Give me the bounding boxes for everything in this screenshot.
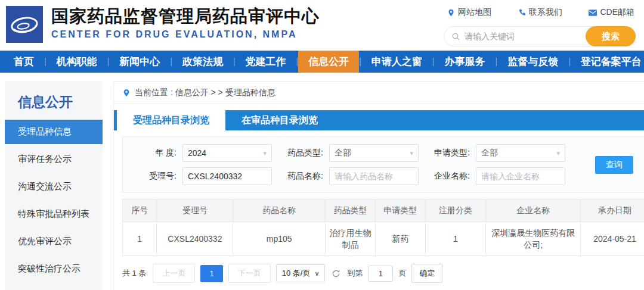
- refresh-icon[interactable]: [332, 269, 340, 278]
- search-button[interactable]: 搜索: [586, 26, 636, 46]
- main-panel: 当前位置 : 信息公开 > > 受理品种信息 受理品种目录浏览在审品种目录浏览 …: [113, 81, 644, 290]
- sidebar-item-沟通交流公示[interactable]: 沟通交流公示: [5, 174, 103, 199]
- chevron-down-icon: ▾: [410, 149, 413, 157]
- drug-type-label: 药品类型:: [278, 148, 323, 158]
- nav-item-党建工作[interactable]: 党建工作: [236, 51, 296, 73]
- chevron-down-icon: ▾: [556, 149, 560, 157]
- drug-type-select[interactable]: 全部 ▾: [329, 144, 419, 162]
- quick-link-label: 网站地图: [458, 7, 491, 18]
- site-title: 国家药品监督管理局药品审评中心: [51, 6, 320, 26]
- table-body: 1CXSL2400332mp105治疗用生物制品新药1深圳瀛晟生物医药有限公司;…: [123, 222, 644, 256]
- page-size-select[interactable]: 10 条/页 ∨: [276, 264, 326, 282]
- sidebar-item-受理品种信息[interactable]: 受理品种信息: [5, 120, 103, 144]
- phone-icon: [518, 9, 526, 17]
- column-header-序号: 序号: [123, 199, 157, 222]
- column-header-注册分类: 注册分类: [425, 199, 486, 222]
- sidebar-item-审评任务公示[interactable]: 审评任务公示: [5, 147, 103, 171]
- tab-在审品种目录浏览[interactable]: 在审品种目录浏览: [225, 110, 334, 130]
- nav-item-新闻中心[interactable]: 新闻中心: [109, 51, 170, 73]
- table-cell: 新药: [375, 222, 425, 256]
- goto-page-input[interactable]: [368, 266, 393, 282]
- sidebar-item-优先审评公示[interactable]: 优先审评公示: [5, 229, 103, 254]
- tabbar: 受理品种目录浏览在审品种目录浏览: [114, 110, 644, 130]
- company-name-label: 企业名称:: [425, 171, 470, 182]
- sidebar-items: 受理品种信息审评任务公示沟通交流公示特殊审批品种列表优先审评公示突破性治疗公示三…: [5, 120, 103, 290]
- table-row: 1CXSL2400332mp105治疗用生物制品新药1深圳瀛晟生物医药有限公司;…: [123, 222, 644, 256]
- sidebar-item-突破性治疗公示[interactable]: 突破性治疗公示: [5, 257, 103, 281]
- column-header-申请类型: 申请类型: [375, 199, 425, 222]
- cde-logo[interactable]: [6, 6, 43, 43]
- tab-受理品种目录浏览[interactable]: 受理品种目录浏览: [117, 110, 225, 130]
- site-header: 国家药品监督管理局药品审评中心 CENTER FOR DRUG EVALUATI…: [0, 0, 644, 51]
- acceptance-no-label: 受理号:: [137, 171, 177, 182]
- chevron-down-icon: ▾: [263, 149, 267, 157]
- quick-link-label: CDE邮箱: [600, 7, 634, 18]
- goto-page-prefix: 到第: [347, 268, 363, 279]
- drug-name-input[interactable]: [329, 167, 419, 185]
- goto-confirm-button[interactable]: 确定: [411, 264, 442, 283]
- quick-links: 网站地图联系我们CDE邮箱: [444, 6, 636, 18]
- apply-type-select-value: 全部: [481, 148, 498, 158]
- table-cell: CXSL2400332: [157, 222, 233, 256]
- pagination-total: 共 1 条: [122, 268, 146, 279]
- next-page-button[interactable]: 下一页: [228, 264, 271, 283]
- column-header-药品名称: 药品名称: [233, 199, 326, 222]
- apply-type-label: 申请类型:: [425, 148, 470, 158]
- page-size-value: 10 条/页: [282, 268, 311, 279]
- apply-type-select[interactable]: 全部 ▾: [476, 144, 565, 162]
- nav-item-信息公开[interactable]: 信息公开: [298, 51, 359, 73]
- search-input[interactable]: [465, 32, 581, 41]
- quick-link-label: 联系我们: [529, 7, 562, 18]
- header-right: 网站地图联系我们CDE邮箱 搜索: [444, 5, 636, 46]
- table-cell: mp105: [233, 222, 326, 256]
- year-select-value: 2024: [188, 148, 206, 158]
- nav-item-办事服务[interactable]: 办事服务: [434, 51, 495, 73]
- acceptance-no-input[interactable]: [182, 167, 272, 185]
- drug-type-select-value: 全部: [335, 148, 351, 158]
- quick-link-CDE邮箱[interactable]: CDE邮箱: [589, 7, 634, 18]
- chevron-down-icon: ∨: [314, 270, 319, 277]
- site-title-block: 国家药品监督管理局药品审评中心 CENTER FOR DRUG EVALUATI…: [51, 5, 320, 40]
- table-cell: 1: [425, 222, 486, 256]
- goto-page-suffix: 页: [398, 268, 406, 279]
- site-search: 搜索: [444, 26, 636, 46]
- drug-name-label: 药品名称:: [278, 171, 323, 182]
- nav-item-机构职能[interactable]: 机构职能: [47, 51, 107, 73]
- year-select[interactable]: 2024 ▾: [182, 144, 272, 162]
- column-header-药品类型: 药品类型: [325, 199, 375, 222]
- table-cell: 治疗用生物制品: [325, 222, 375, 256]
- nav-item-登记备案平台[interactable]: 登记备案平台: [571, 51, 644, 73]
- pagination: 共 1 条 上一页 1 下一页 10 条/页 ∨ 到第 页 确定: [122, 264, 644, 283]
- nav-item-首页[interactable]: 首页: [4, 51, 44, 73]
- search-form: 年 度: 2024 ▾ 药品类型: 全部 ▾ 申请类型: 全部 ▾: [122, 136, 644, 193]
- sidebar: 信息公开 受理品种信息审评任务公示沟通交流公示特殊审批品种列表优先审评公示突破性…: [5, 81, 103, 290]
- result-table: 序号受理号药品名称药品类型申请类型注册分类企业名称承办日期 1CXSL24003…: [122, 199, 644, 256]
- prev-page-button[interactable]: 上一页: [153, 264, 195, 283]
- query-button[interactable]: 查询: [595, 156, 633, 174]
- quick-link-联系我们[interactable]: 联系我们: [518, 7, 562, 18]
- table-cell: 2024-05-21: [581, 222, 644, 256]
- breadcrumb: 当前位置 : 信息公开 > > 受理品种信息: [114, 82, 644, 104]
- location-pin-icon: [447, 9, 455, 17]
- current-page-button[interactable]: 1: [200, 265, 222, 282]
- year-label: 年 度:: [137, 148, 177, 158]
- nav-item-申请人之窗[interactable]: 申请人之窗: [361, 51, 432, 73]
- search-icon: [451, 32, 460, 41]
- column-header-受理号: 受理号: [157, 199, 233, 222]
- sidebar-item-三合一序列公示[interactable]: 三合一序列公示: [5, 284, 103, 290]
- nav-item-政策法规[interactable]: 政策法规: [172, 51, 233, 73]
- nav-item-监督与反馈[interactable]: 监督与反馈: [497, 51, 568, 73]
- cde-page: 国家药品监督管理局药品审评中心 CENTER FOR DRUG EVALUATI…: [0, 0, 644, 290]
- site-subtitle: CENTER FOR DRUG EVALUATION, NMPA: [51, 29, 320, 40]
- location-pin-icon: [122, 89, 131, 97]
- company-name-input[interactable]: [476, 167, 565, 185]
- table-head: 序号受理号药品名称药品类型申请类型注册分类企业名称承办日期: [123, 199, 644, 222]
- table-cell: 1: [123, 222, 157, 256]
- breadcrumb-text: 当前位置 : 信息公开 > > 受理品种信息: [135, 88, 275, 98]
- quick-link-网站地图[interactable]: 网站地图: [447, 7, 491, 18]
- sidebar-item-特殊审批品种列表[interactable]: 特殊审批品种列表: [5, 202, 103, 226]
- main-nav: 首页|机构职能|新闻中心|政策法规|党建工作|信息公开|申请人之窗|办事服务|监…: [0, 51, 644, 73]
- form-grid: 年 度: 2024 ▾ 药品类型: 全部 ▾ 申请类型: 全部 ▾: [137, 144, 565, 185]
- envelope-icon: [589, 10, 597, 16]
- table-cell: 深圳瀛晟生物医药有限公司;: [486, 222, 581, 256]
